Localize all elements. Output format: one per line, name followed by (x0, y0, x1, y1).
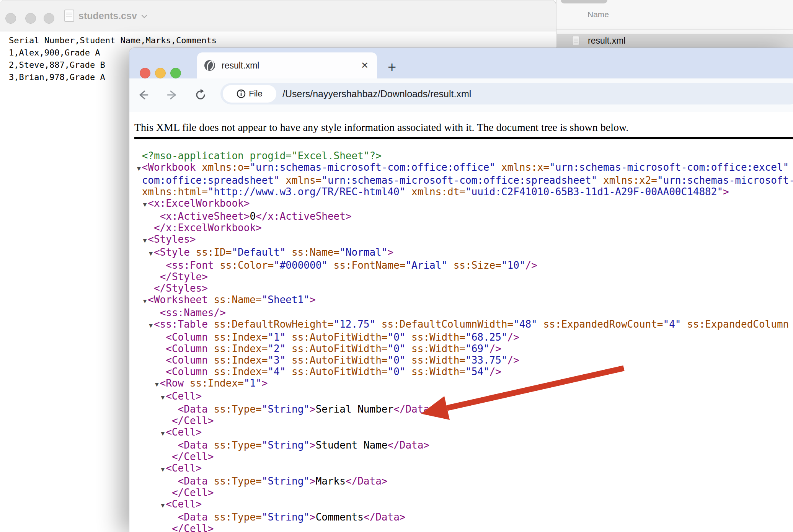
expand-arrow-icon: ▼ (160, 464, 166, 475)
xml-line: <Column ss:Index="2" ss:AutoFitWidth="0"… (136, 343, 793, 354)
xml-line: </Cell> (136, 451, 793, 462)
new-tab-button[interactable]: + (384, 62, 400, 74)
xml-viewer-content: This XML file does not appear to have an… (129, 112, 793, 532)
info-icon[interactable] (237, 89, 246, 98)
finder-name-column-header[interactable]: Name (587, 10, 609, 19)
xml-line: xmlns:html="http://www.w3.org/TR/REC-htm… (136, 186, 793, 197)
expand-arrow-icon: ▼ (148, 320, 154, 331)
back-icon[interactable] (137, 89, 149, 101)
expand-arrow-icon: ▼ (142, 235, 148, 246)
students-titlebar: students.csv (0, 0, 556, 31)
xml-line: <Data ss:Type="String">Marks</Data> (136, 475, 793, 487)
xml-line: com:office:spreadsheet" xmlns="urn:schem… (136, 175, 793, 186)
chevron-down-icon[interactable] (141, 15, 147, 18)
tab-close-icon[interactable]: ✕ (361, 61, 369, 70)
fullscreen-window-button[interactable] (170, 68, 181, 78)
xml-line: ▼<Cell> (136, 498, 793, 511)
finder-file-row[interactable]: result.xml (557, 34, 793, 47)
xml-line: </Cell> (136, 415, 793, 426)
xml-line: ▼<x:ExcelWorkbook> (136, 197, 793, 211)
expand-arrow-icon: ▼ (160, 428, 166, 439)
xml-line: </Cell> (136, 487, 793, 498)
expand-arrow-icon: ▼ (142, 199, 148, 211)
xml-line: </x:ExcelWorkbook> (136, 222, 793, 233)
xml-document-tree[interactable]: <?mso-application progid="Excel.Sheet"?>… (136, 150, 793, 532)
divider (556, 29, 793, 29)
xml-line: ▼<Style ss:ID="Default" ss:Name="Normal"… (136, 246, 793, 259)
tab-title: result.xml (222, 60, 259, 71)
tab-result-xml[interactable]: result.xml ✕ (197, 52, 377, 78)
file-icon (572, 36, 579, 45)
xml-line: ▼<Styles> (136, 233, 793, 246)
xml-line: <Column ss:Index="4" ss:AutoFitWidth="0"… (136, 366, 793, 377)
expand-arrow-icon: ▼ (148, 248, 154, 259)
xml-line: <?mso-application progid="Excel.Sheet"?> (136, 150, 793, 162)
xml-line: ▼<Row ss:Index="1"> (136, 377, 793, 390)
xml-line: </Cell> (136, 523, 793, 532)
expand-arrow-icon: ▼ (160, 500, 166, 511)
zoom-window-button[interactable] (44, 13, 54, 24)
close-window-button[interactable] (140, 68, 150, 78)
finder-window: Name result.xml (556, 0, 793, 52)
xml-line: </Styles> (136, 282, 793, 294)
close-window-button[interactable] (5, 13, 16, 24)
window-title-group[interactable]: students.csv (64, 0, 147, 31)
minimize-window-button[interactable] (155, 68, 166, 78)
xml-line: </Style> (136, 271, 793, 282)
chrome-toolbar: File /Users/nayyershahbaz/Downloads/resu… (129, 78, 793, 112)
xml-line: <Data ss:Type="String">Comments</Data> (136, 511, 793, 523)
xml-line: ▼<Cell> (136, 462, 793, 475)
xml-line: <Data ss:Type="String">Student Name</Dat… (136, 439, 793, 451)
globe-favicon-icon (204, 60, 215, 71)
xml-line: <x:ActiveSheet>0</x:ActiveSheet> (136, 211, 793, 222)
file-scheme-chip[interactable]: File (223, 85, 276, 103)
xml-line: ▼<ss:Table ss:DefaultRowHeight="12.75" s… (136, 318, 793, 331)
xml-line: ▼<Workbook xmlns:o="urn:schemas-microsof… (136, 162, 793, 175)
notice-divider (134, 137, 793, 139)
xml-line: <Column ss:Index="1" ss:AutoFitWidth="0"… (136, 331, 793, 343)
url-text[interactable]: /Users/nayyershahbaz/Downloads/result.xm… (282, 88, 471, 100)
expand-arrow-icon: ▼ (160, 392, 166, 403)
window-title: students.csv (78, 10, 137, 21)
xml-line: <Data ss:Type="String">Serial Number</Da… (136, 403, 793, 415)
xml-line: <ss:Names/> (136, 307, 793, 318)
chrome-window: result.xml ✕ + (129, 48, 793, 532)
address-bar[interactable]: File /Users/nayyershahbaz/Downloads/resu… (220, 83, 793, 104)
expand-arrow-icon: ▼ (142, 295, 148, 307)
document-icon (64, 10, 74, 22)
finder-file-name: result.xml (588, 36, 625, 46)
file-chip-label: File (249, 89, 262, 99)
tab-strip: result.xml ✕ + (129, 48, 793, 78)
xml-style-notice: This XML file does not appear to have an… (134, 121, 628, 134)
expand-arrow-icon: ▼ (136, 163, 142, 175)
finder-toolbar-control (561, 0, 607, 3)
xml-line: ▼<Cell> (136, 426, 793, 439)
expand-arrow-icon: ▼ (154, 379, 160, 390)
forward-icon[interactable] (166, 89, 178, 101)
xml-line: <ss:Font ss:Color="#000000" ss:FontName=… (136, 259, 793, 271)
xml-line: ▼<Worksheet ss:Name="Sheet1"> (136, 294, 793, 307)
reload-icon[interactable] (194, 89, 207, 101)
xml-line: ▼<Cell> (136, 390, 793, 403)
xml-line: <Column ss:Index="3" ss:AutoFitWidth="0"… (136, 354, 793, 366)
minimize-window-button[interactable] (25, 13, 36, 24)
screenshot-canvas: students.csv Serial Number,Student Name,… (0, 0, 793, 532)
